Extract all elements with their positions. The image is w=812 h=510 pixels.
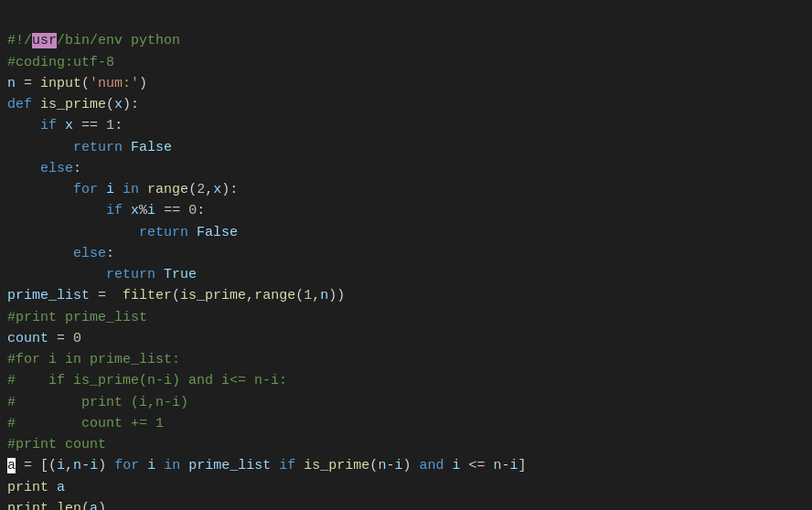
line-13: prime_list = filter(is_prime,range(1,n)) — [7, 288, 345, 303]
line-14: #print prime_list — [7, 310, 147, 325]
line-4: def is_prime(x): — [7, 97, 139, 112]
line-23: print len(a) — [7, 501, 106, 510]
line-2: #coding:utf-8 — [7, 55, 114, 70]
line-10: return False — [7, 225, 238, 240]
line-21: a = [(i,n-i) for i in prime_list if is_p… — [7, 458, 527, 473]
code-display: #!/usr/bin/env python #coding:utf-8 n = … — [7, 9, 805, 510]
line-15: count = 0 — [7, 331, 81, 346]
line-19: # count += 1 — [7, 416, 164, 431]
line-12: return True — [7, 267, 197, 282]
line-5: if x == 1: — [7, 118, 123, 133]
line-17: # if is_prime(n-i) and i<= n-i: — [7, 373, 287, 388]
line-22: print a — [7, 480, 65, 495]
line-20: #print count — [7, 437, 106, 452]
line-11: else: — [7, 246, 114, 261]
line-8: for i in range(2,x): — [7, 182, 238, 197]
line-6: return False — [7, 140, 172, 155]
line-3: n = input('num:') — [7, 76, 147, 91]
line-7: else: — [7, 161, 81, 176]
line-9: if x%i == 0: — [7, 203, 205, 218]
line-18: # print (i,n-i) — [7, 395, 188, 410]
line-16: #for i in prime_list: — [7, 352, 180, 367]
line-1: #!/usr/bin/env python — [7, 33, 180, 48]
